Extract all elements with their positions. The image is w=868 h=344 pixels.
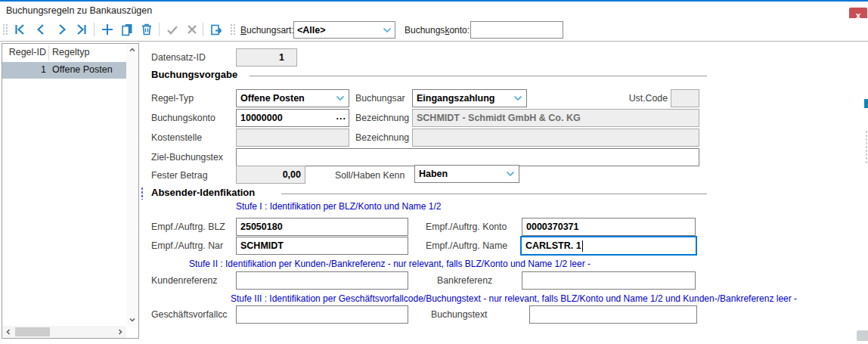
- rule-list-row-selected[interactable]: 1 Offene Posten: [2, 62, 126, 79]
- geschaeftsvorfallcode-field[interactable]: [236, 305, 408, 324]
- datensatz-id-label: Datensatz-ID: [151, 52, 206, 63]
- regel-typ-dropdown[interactable]: Offene Posten: [236, 89, 349, 107]
- stufe2-note: Stufe II : Identifikation per Kunden-/Ba…: [189, 259, 591, 269]
- next-record-button[interactable]: [53, 20, 71, 39]
- scroll-down-button[interactable]: [126, 314, 138, 326]
- empf-name1-field[interactable]: SCHMIDT: [236, 237, 408, 255]
- buchungsart-dropdown[interactable]: <Alle>: [293, 21, 395, 39]
- ust-code-field: [671, 89, 699, 107]
- bankreferenz-field[interactable]: [522, 271, 696, 290]
- column-header-regeltyp[interactable]: Regeltyp: [52, 47, 89, 57]
- buchungskonto-label: Buchungskonto: [151, 113, 215, 123]
- horizontal-scrollbar[interactable]: [2, 326, 126, 338]
- kundenreferenz-label: Kundenreferenz: [151, 275, 218, 286]
- previous-record-icon: [33, 22, 48, 37]
- geschaeftsvorfallcode-label: Geschäftsvorfallcc: [151, 309, 234, 320]
- buchungsart-value: <Alle>: [297, 25, 383, 36]
- section-absender-identifikation: Absender-Idenfikation: [151, 187, 255, 198]
- regel-typ-label: Regel-Typ: [151, 93, 194, 104]
- kundenreferenz-field[interactable]: [236, 271, 408, 290]
- section-grip[interactable]: [141, 187, 144, 200]
- ziel-buchungstext-field[interactable]: [236, 148, 699, 166]
- toolbar-separator: [94, 23, 95, 36]
- accept-button[interactable]: [163, 20, 181, 39]
- soll-haben-dropdown[interactable]: Haben: [414, 165, 519, 183]
- bezeichnung1-field: SCHMIDT - Schmidt GmbH & Co. KG: [412, 109, 699, 127]
- title-bar: Buchungsregeln zu Bankauszügen: [0, 2, 868, 18]
- buchungsart-field-dropdown[interactable]: Eingangszahlung: [412, 89, 527, 107]
- scroll-left-button[interactable]: [2, 326, 14, 338]
- empf-name1-label: Empf./Auftrg. Nar: [151, 240, 234, 251]
- bezeichnung2-field: [412, 129, 699, 147]
- buchungsart-label: Buchungsart:: [240, 25, 294, 36]
- toolbar: Buchungsart: <Alle> Buchungskonto:: [0, 18, 868, 42]
- first-record-button[interactable]: [11, 20, 29, 39]
- fester-betrag-label: Fester Betrag: [151, 170, 208, 181]
- buchungskonto-filter-input[interactable]: [470, 21, 563, 39]
- buchungstext-field[interactable]: [529, 305, 697, 324]
- section-line: [281, 194, 707, 194]
- scroll-up-button[interactable]: [126, 44, 138, 56]
- chevron-right-icon: [116, 328, 124, 336]
- copy-record-button[interactable]: [118, 20, 136, 39]
- switch-record-button[interactable]: [207, 20, 225, 39]
- toolbar-grip[interactable]: [2, 23, 8, 36]
- stufe1-note: Stufe I : Identifikation per BLZ/Konto u…: [236, 201, 442, 212]
- buchungskonto-field[interactable]: 10000000 ...: [236, 109, 349, 127]
- bezeichnung1-label: Bezeichnung: [355, 113, 411, 123]
- ust-code-label: Ust.Code: [622, 93, 668, 104]
- rule-type-cell: Offene Posten: [52, 64, 113, 75]
- edge-grip[interactable]: [865, 130, 868, 165]
- bezeichnung2-label: Bezeichnung: [355, 132, 411, 143]
- buchungstext-label: Buchungstext: [431, 309, 488, 320]
- lookup-button[interactable]: ...: [336, 111, 346, 122]
- delete-record-icon: [139, 22, 154, 37]
- add-record-icon: [100, 22, 115, 37]
- toolbar-separator: [203, 23, 203, 36]
- empf-name2-label: Empf./Auftrg. Name: [426, 240, 507, 251]
- chevron-down-icon: [513, 95, 522, 101]
- kostenstelle-label: Kostenstelle: [151, 132, 202, 143]
- column-separator: [48, 45, 49, 60]
- section-buchungsvorgabe: Buchungsvorgabe: [151, 69, 237, 80]
- empf-konto-field[interactable]: 0000370371: [522, 218, 696, 236]
- column-header-regel-id[interactable]: Regel-ID: [2, 47, 46, 57]
- switch-record-icon: [209, 22, 224, 37]
- vertical-scrollbar[interactable]: [126, 44, 138, 326]
- accept-icon: [165, 22, 180, 37]
- edge-scroll-fragment[interactable]: [857, 330, 868, 341]
- delete-record-button[interactable]: [138, 20, 156, 39]
- buchungsart-field-label: Buchungsar: [355, 93, 411, 104]
- empf-name2-field[interactable]: CARLSTR. 1: [520, 236, 697, 256]
- next-record-icon: [54, 22, 70, 37]
- toolbar-grip[interactable]: [230, 23, 235, 36]
- buchungsregeln-window: Buchungsregeln zu Bankauszügen x: [0, 0, 868, 344]
- chevron-down-icon: [506, 171, 515, 177]
- chevron-left-icon: [5, 328, 12, 336]
- rule-list-panel: Regel-ID Regeltyp 1 Offene Posten: [2, 43, 139, 339]
- empf-blz-field[interactable]: 25050180: [236, 218, 408, 236]
- cancel-icon: [184, 22, 200, 37]
- empf-konto-label: Empf./Auftrg. Konto: [426, 222, 507, 232]
- last-record-button[interactable]: [73, 20, 91, 39]
- text-caret: [582, 240, 583, 252]
- section-line: [250, 76, 707, 76]
- soll-haben-label: Soll/Haben Kenn: [335, 170, 411, 181]
- kostenstelle-field: [236, 129, 349, 147]
- first-record-icon: [12, 22, 27, 37]
- bankreferenz-label: Bankreferenz: [437, 275, 492, 286]
- chevron-down-icon: [336, 95, 345, 101]
- empf-blz-label: Empf./Auftrg. BLZ: [151, 222, 225, 232]
- stufe3-note: Stufe III : Identifikation per Geschäfts…: [231, 293, 797, 304]
- page-title: Buchungsregeln zu Bankauszügen: [6, 5, 152, 16]
- buchungskonto-filter-label: Buchungskonto:: [405, 25, 470, 36]
- datensatz-id-field: 1: [236, 48, 297, 67]
- add-record-button[interactable]: [98, 20, 116, 39]
- cancel-button[interactable]: [183, 20, 201, 39]
- rule-id-cell: 1: [2, 64, 46, 75]
- edge-marker: [864, 99, 868, 108]
- chevron-up-icon: [129, 46, 136, 54]
- scrollbar-thumb[interactable]: [15, 327, 50, 336]
- previous-record-button[interactable]: [32, 20, 50, 39]
- scroll-right-button[interactable]: [114, 326, 126, 338]
